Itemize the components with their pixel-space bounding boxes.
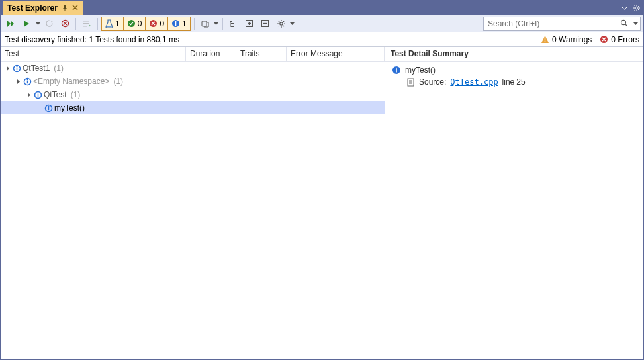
svg-rect-2 xyxy=(83,21,89,22)
detail-body: myTest() Source: QtTest.cpp line 25 xyxy=(385,62,643,91)
svg-rect-25 xyxy=(27,81,28,83)
show-playlist-dropdown[interactable] xyxy=(214,22,219,25)
tree-row-test[interactable]: myTest() xyxy=(1,101,385,114)
titlebar-tab[interactable]: Test Explorer xyxy=(3,1,83,15)
expander-icon[interactable] xyxy=(15,77,23,85)
column-duration[interactable]: Duration xyxy=(186,47,236,61)
group-by-button[interactable] xyxy=(226,17,241,31)
source-line-prefix: line xyxy=(502,77,515,87)
x-circle-icon xyxy=(149,19,158,28)
detail-panel: Test Detail Summary myTest() Source: QtT… xyxy=(385,47,643,359)
filter-total-count: 1 xyxy=(115,19,120,28)
separator xyxy=(75,18,76,30)
tree-row-project[interactable]: QtTest1 (1) xyxy=(1,62,385,75)
svg-point-32 xyxy=(48,105,50,107)
run-button[interactable] xyxy=(19,17,34,31)
notrun-icon xyxy=(23,77,32,86)
source-link[interactable]: QtTest.cpp xyxy=(450,77,498,87)
settings-button[interactable] xyxy=(274,17,289,31)
tree-label: myTest() xyxy=(54,103,85,112)
svg-rect-31 xyxy=(48,107,49,110)
repeat-run-button[interactable] xyxy=(42,17,56,31)
warnings-text: 0 Warnings xyxy=(552,35,592,44)
tree-row-class[interactable]: QtTest (1) xyxy=(1,88,385,101)
detail-header: Test Detail Summary xyxy=(385,47,643,62)
notrun-icon xyxy=(13,64,21,73)
svg-point-0 xyxy=(635,7,638,9)
filter-total[interactable]: 1 xyxy=(102,17,124,30)
svg-rect-11 xyxy=(230,21,232,22)
filter-notrun-count: 1 xyxy=(182,19,187,28)
filter-passed[interactable]: 0 xyxy=(124,17,146,30)
svg-point-16 xyxy=(280,22,283,24)
tree-row-namespace[interactable]: <Empty Namespace> (1) xyxy=(1,75,385,88)
separator xyxy=(194,18,195,30)
errors-indicator[interactable]: 0 Errors xyxy=(600,35,639,44)
check-circle-icon xyxy=(127,19,136,28)
body: Test Duration Traits Error Message QtTes… xyxy=(1,47,643,359)
search-dropdown[interactable] xyxy=(631,17,640,30)
svg-rect-3 xyxy=(83,23,89,24)
svg-rect-10 xyxy=(202,21,207,26)
warning-icon xyxy=(541,35,549,44)
tree-count: (1) xyxy=(113,77,123,86)
gear-icon[interactable] xyxy=(633,4,641,12)
info-circle-icon xyxy=(392,66,401,75)
svg-rect-13 xyxy=(231,26,234,27)
column-error[interactable]: Error Message xyxy=(287,47,385,61)
left-panel: Test Duration Traits Error Message QtTes… xyxy=(1,47,385,359)
titlebar: Test Explorer xyxy=(1,1,643,15)
svg-point-29 xyxy=(38,92,39,93)
info-circle-icon xyxy=(171,19,180,28)
pin-icon[interactable] xyxy=(62,5,68,11)
test-tree: QtTest1 (1) <Empty Namespace> (1) xyxy=(1,62,385,359)
column-traits[interactable]: Traits xyxy=(236,47,287,61)
flask-icon xyxy=(105,19,113,28)
notrun-icon xyxy=(34,91,42,99)
svg-rect-28 xyxy=(38,94,38,97)
playlist-button[interactable] xyxy=(79,17,94,31)
svg-rect-22 xyxy=(17,68,17,70)
source-label: Source: xyxy=(419,77,446,87)
run-dropdown[interactable] xyxy=(35,22,40,25)
svg-point-35 xyxy=(396,68,397,69)
errors-text: 0 Errors xyxy=(611,35,639,44)
svg-rect-8 xyxy=(175,22,177,26)
window-dropdown-icon[interactable] xyxy=(621,5,627,11)
search-icon[interactable] xyxy=(618,17,631,30)
filter-notrun[interactable]: 1 xyxy=(168,17,190,30)
svg-point-9 xyxy=(175,21,177,22)
svg-point-17 xyxy=(621,21,626,25)
search-input[interactable] xyxy=(484,19,618,28)
tree-count: (1) xyxy=(54,64,64,73)
show-playlist-button[interactable] xyxy=(198,17,212,31)
svg-point-26 xyxy=(27,79,28,80)
expand-all-button[interactable] xyxy=(242,17,257,31)
error-icon xyxy=(600,35,608,44)
expander-icon[interactable] xyxy=(5,64,13,72)
cancel-run-button[interactable] xyxy=(58,17,72,31)
tree-label: QtTest1 xyxy=(23,64,50,73)
svg-point-19 xyxy=(545,41,546,42)
svg-point-23 xyxy=(17,66,18,67)
warnings-indicator[interactable]: 0 Warnings xyxy=(541,35,592,44)
search-box[interactable] xyxy=(483,17,641,31)
run-all-button[interactable] xyxy=(3,17,18,31)
filter-passed-count: 0 xyxy=(138,19,142,28)
expander-icon[interactable] xyxy=(26,91,34,99)
collapse-all-button[interactable] xyxy=(258,17,273,31)
filter-failed[interactable]: 0 xyxy=(146,17,168,30)
tab-label: Test Explorer xyxy=(7,3,58,13)
tree-label: QtTest xyxy=(44,90,67,99)
column-test[interactable]: Test xyxy=(1,47,186,61)
separator xyxy=(222,18,223,30)
svg-rect-18 xyxy=(545,38,545,41)
svg-rect-34 xyxy=(396,69,397,73)
close-icon[interactable] xyxy=(72,5,79,11)
settings-dropdown[interactable] xyxy=(290,22,295,25)
svg-rect-4 xyxy=(83,26,87,27)
status-message: Test discovery finished: 1 Tests found i… xyxy=(5,35,179,44)
separator xyxy=(97,18,98,30)
tree-count: (1) xyxy=(71,90,81,99)
filter-box: 1 0 0 1 xyxy=(101,17,191,31)
